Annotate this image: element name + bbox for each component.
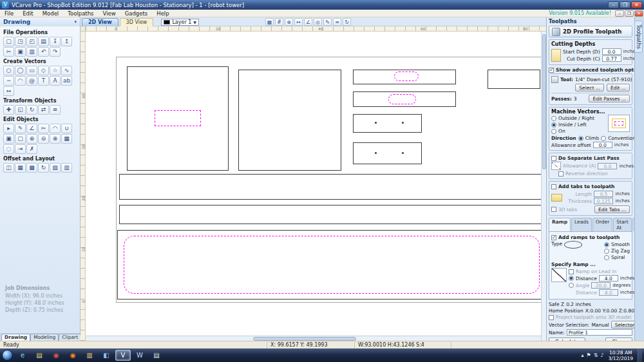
- tool-select-button[interactable]: Select ...: [575, 84, 604, 91]
- export-icon[interactable]: ↥: [61, 37, 72, 46]
- draw-star-icon[interactable]: ☆: [50, 66, 61, 75]
- array-icon[interactable]: ▦: [61, 134, 72, 144]
- vector-rect-9[interactable]: [119, 205, 541, 224]
- add-ramps-checkbox[interactable]: [551, 235, 556, 240]
- network-icon[interactable]: ⇅: [594, 352, 598, 358]
- zoom-icon[interactable]: ◎: [314, 18, 322, 26]
- menu-toolpaths[interactable]: Toolpaths: [63, 10, 98, 17]
- selected-vector-rect[interactable]: [155, 110, 201, 126]
- tab-2d-view[interactable]: 2D View: [82, 18, 118, 26]
- layer-select[interactable]: Layer 1 ▼: [161, 19, 199, 26]
- tab-leads[interactable]: Leads: [571, 218, 592, 231]
- 3d-tabs-checkbox[interactable]: [551, 207, 556, 212]
- selector-button[interactable]: Selector ...: [611, 321, 634, 329]
- project-3d-checkbox[interactable]: [549, 315, 554, 320]
- drill-point-1[interactable]: [375, 122, 377, 124]
- close-button[interactable]: ✕: [631, 1, 642, 8]
- rotate-copy-icon[interactable]: ↻: [38, 163, 49, 173]
- advanced-options-checkbox[interactable]: [549, 68, 554, 73]
- measure-objects-icon[interactable]: ∠: [26, 124, 37, 133]
- menu-edit[interactable]: Edit: [18, 10, 37, 17]
- volume-icon[interactable]: ♪: [600, 352, 603, 358]
- radio-zigzag[interactable]: [604, 249, 609, 254]
- vertical-scrollbar[interactable]: [541, 32, 546, 341]
- tab-thickness-input[interactable]: 0.125: [594, 198, 613, 204]
- selected-vector-slot-2[interactable]: [388, 94, 416, 104]
- media-player-icon[interactable]: ◧: [99, 350, 114, 361]
- menu-file[interactable]: File: [0, 10, 18, 17]
- order-icon[interactable]: ≡: [333, 18, 341, 26]
- snap-grid-icon[interactable]: ▦: [265, 18, 274, 26]
- ramp-lead-in-checkbox[interactable]: [569, 269, 574, 274]
- weld-icon[interactable]: ⊕: [26, 134, 37, 144]
- layout-icon[interactable]: ▥: [61, 163, 72, 173]
- draw-polygon-icon[interactable]: ◇: [38, 66, 49, 75]
- word-icon[interactable]: W: [132, 350, 147, 361]
- origin-icon[interactable]: ⊕: [285, 18, 293, 26]
- rotate-icon[interactable]: ↻: [26, 105, 37, 115]
- radio-ramp-angle[interactable]: [569, 283, 574, 288]
- text-on-curve-icon[interactable]: ab: [61, 76, 72, 86]
- trim-icon[interactable]: ✂: [38, 124, 49, 133]
- tab-3d-view[interactable]: 3D View: [120, 18, 154, 26]
- tab-clipart[interactable]: Clipart: [59, 334, 81, 341]
- last-pass-allowance-input[interactable]: 0.0: [598, 163, 617, 169]
- drill-point-3[interactable]: [375, 152, 377, 154]
- align-icon[interactable]: ≡: [50, 105, 61, 115]
- tool-edit-button[interactable]: Edit ...: [607, 84, 630, 91]
- drawing-canvas[interactable]: [86, 32, 541, 336]
- chevron-down-icon[interactable]: ▾: [74, 19, 77, 24]
- ungroup-icon[interactable]: ▢: [15, 134, 26, 144]
- cut-icon[interactable]: ✂: [3, 47, 14, 57]
- drill-point-4[interactable]: [402, 152, 404, 154]
- reverse-direction-checkbox[interactable]: [558, 171, 564, 176]
- draw-circle-icon[interactable]: ○: [3, 66, 14, 75]
- group-icon[interactable]: ▣: [3, 134, 14, 144]
- radio-climb[interactable]: [578, 136, 583, 141]
- radio-smooth[interactable]: [604, 242, 609, 247]
- block-copy-icon[interactable]: ▩: [26, 163, 37, 173]
- windows-explorer-icon[interactable]: ▤: [32, 350, 47, 361]
- horizontal-scrollbar[interactable]: [86, 336, 541, 341]
- dimension-icon[interactable]: ↔: [3, 86, 14, 96]
- text-box-icon[interactable]: A: [50, 76, 61, 86]
- ruler-icon[interactable]: ↔: [294, 18, 303, 26]
- selected-vector-roundrect[interactable]: [124, 236, 540, 294]
- cut-depth-input[interactable]: 0.77: [602, 55, 621, 62]
- tab-ramp[interactable]: Ramp: [549, 218, 571, 231]
- notepad-icon[interactable]: ▤: [149, 350, 164, 361]
- move-icon[interactable]: ✚: [3, 105, 14, 115]
- chrome-icon[interactable]: ◉: [48, 350, 64, 361]
- intersect-icon[interactable]: ⊗: [50, 134, 61, 144]
- join-icon[interactable]: ∪: [61, 124, 72, 133]
- erase-icon[interactable]: ✗: [26, 144, 37, 154]
- edit-passes-button[interactable]: Edit Passes ...: [589, 95, 630, 102]
- nest-icon[interactable]: ▧: [50, 163, 61, 173]
- vector-rect-6[interactable]: [353, 142, 422, 164]
- menu-help[interactable]: Help: [152, 10, 173, 17]
- scale-icon[interactable]: ◱: [15, 105, 26, 115]
- mirror-icon[interactable]: ⇄: [38, 105, 49, 115]
- open-file-icon[interactable]: ◳: [15, 37, 26, 46]
- draw-curve-icon[interactable]: ∼: [3, 76, 14, 86]
- paste-icon[interactable]: ▥: [26, 47, 37, 57]
- allowance-offset-input[interactable]: 0.0: [593, 142, 612, 148]
- tab-order[interactable]: Order: [592, 218, 612, 231]
- drill-point-2[interactable]: [402, 122, 404, 124]
- separate-last-pass-checkbox[interactable]: [551, 156, 556, 161]
- version-notice[interactable]: Version 9.015 Available!: [549, 10, 611, 16]
- start-depth-input[interactable]: 0.0: [602, 48, 621, 55]
- radio-on[interactable]: [551, 129, 556, 134]
- edit-tabs-button[interactable]: Edit Tabs ...: [594, 205, 630, 213]
- new-file-icon[interactable]: ▢: [3, 37, 14, 46]
- draw-text-icon[interactable]: T: [38, 76, 49, 86]
- toolpath-name-input[interactable]: Profile 1: [567, 329, 632, 336]
- redo-icon[interactable]: ↷: [50, 47, 61, 57]
- tab-modeling[interactable]: Modeling: [30, 334, 59, 341]
- menu-gadgets[interactable]: Gadgets: [120, 10, 153, 17]
- ramp-angle-input[interactable]: 20.0: [591, 282, 611, 289]
- tab-start-at[interactable]: Start At: [613, 218, 631, 231]
- radio-conventional[interactable]: [601, 136, 606, 141]
- show-desktop-button[interactable]: [638, 348, 642, 362]
- draw-polyline-icon[interactable]: ∿: [61, 66, 72, 75]
